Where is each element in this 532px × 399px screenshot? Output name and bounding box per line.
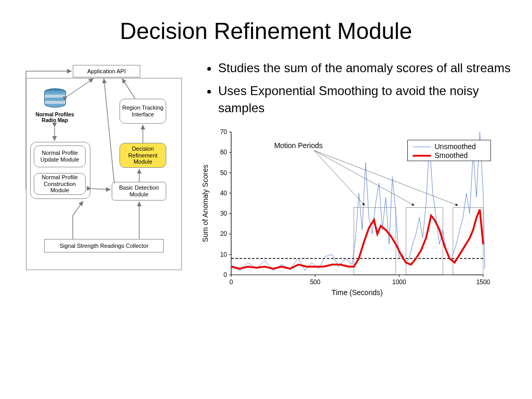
page-title: Decision Refinement Module	[21, 18, 511, 44]
bullet-item: Studies the sum of the anomaly scores of…	[218, 60, 511, 76]
svg-text:500: 500	[310, 278, 321, 286]
box-basic-detection: Basic Detection Module	[112, 182, 166, 201]
box-signal-collector: Signal Strength Readings Collector	[44, 239, 164, 252]
svg-text:Motion Periods: Motion Periods	[274, 142, 323, 150]
architecture-diagram: Application API Normal Profiles Radio Ma…	[21, 60, 187, 278]
svg-text:60: 60	[220, 149, 228, 156]
svg-text:0: 0	[230, 278, 233, 286]
svg-text:30: 30	[220, 210, 228, 217]
svg-text:20: 20	[220, 231, 228, 238]
svg-text:50: 50	[220, 169, 228, 177]
svg-text:Smoothed: Smoothed	[435, 151, 468, 159]
svg-line-42	[314, 151, 414, 206]
database-icon	[44, 88, 65, 109]
svg-text:Unsmoothed: Unsmoothed	[435, 142, 476, 151]
box-application-api: Application API	[73, 65, 140, 77]
svg-text:40: 40	[220, 190, 228, 197]
box-region-tracking: Region Tracking Interface	[119, 99, 166, 124]
svg-text:0: 0	[223, 271, 227, 278]
svg-text:1000: 1000	[392, 278, 406, 286]
module-group-frame	[30, 142, 90, 199]
anomaly-chart: 010203040506070050010001500Time (Seconds…	[197, 127, 488, 298]
bullet-item: Uses Exponential Smoothing to avoid the …	[218, 83, 511, 116]
db-label: Normal Profiles Radio Map	[30, 112, 79, 123]
svg-text:1500: 1500	[476, 278, 490, 286]
svg-text:Time (Seconds): Time (Seconds)	[331, 288, 382, 297]
svg-rect-8	[354, 208, 396, 275]
svg-text:10: 10	[220, 251, 228, 258]
svg-text:Sum of Anomaly Scores: Sum of Anomaly Scores	[201, 165, 209, 242]
svg-line-41	[314, 151, 365, 206]
svg-text:70: 70	[220, 128, 228, 136]
box-decision-refinement: Decision Refinement Module	[119, 143, 166, 168]
bullet-list: Studies the sum of the anomaly scores of…	[197, 60, 511, 116]
